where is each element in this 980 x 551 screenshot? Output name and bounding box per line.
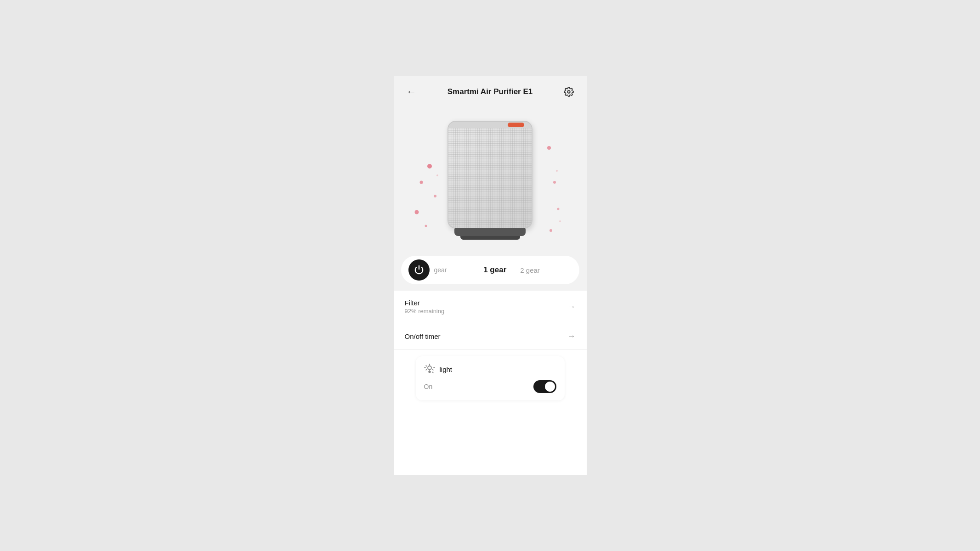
power-icon [414,265,424,275]
svg-point-0 [567,90,570,93]
device-fabric [448,122,532,228]
device-orange-button [508,123,524,127]
device-stand [454,228,526,236]
filter-title: Filter [405,299,445,307]
svg-point-12 [559,220,561,222]
light-section: light On [394,350,587,419]
light-card: light On [416,356,565,400]
phone-container: ← Smartmi Air Purifier E1 [394,76,587,475]
light-status: On [424,383,433,390]
svg-point-9 [549,229,552,232]
toggle-knob [545,382,555,392]
light-icon [424,364,435,375]
device-body [448,121,532,229]
gear-option-2[interactable]: 2 gear [520,266,540,274]
device-image [448,121,532,240]
light-card-bottom: On [424,380,556,393]
filter-item[interactable]: Filter 92% remaining → [394,291,587,323]
gear-icon [564,87,574,97]
filter-arrow-icon: → [567,302,576,312]
light-toggle[interactable] [533,380,556,393]
back-button[interactable]: ← [405,84,419,100]
controls-bar: gear 1 gear 2 gear [401,256,579,284]
svg-point-5 [425,225,427,227]
svg-point-3 [434,195,436,197]
svg-point-7 [553,181,556,184]
svg-point-2 [419,181,423,184]
svg-line-20 [426,369,426,370]
gear-option-1[interactable]: 1 gear [483,265,506,275]
svg-point-11 [556,170,558,172]
timer-item[interactable]: On/off timer → [394,323,587,350]
svg-point-10 [436,174,438,176]
timer-item-left: On/off timer [405,332,441,340]
gear-options: 1 gear 2 gear [452,265,572,275]
svg-point-4 [414,210,419,214]
settings-button[interactable] [562,85,576,99]
device-area [394,104,587,251]
power-button[interactable] [408,259,430,281]
timer-arrow-icon: → [567,332,576,341]
device-stand-base [460,236,520,240]
filter-item-left: Filter 92% remaining [405,299,445,315]
timer-title: On/off timer [405,332,441,340]
svg-point-8 [557,208,559,210]
settings-list: Filter 92% remaining → On/off timer → [394,291,587,475]
page-title: Smartmi Air Purifier E1 [448,87,533,96]
svg-line-16 [426,365,426,366]
svg-point-1 [427,164,432,169]
svg-point-13 [428,366,431,370]
gear-text-label: gear [434,266,447,274]
light-icon-wrap [424,364,435,375]
svg-line-17 [432,372,433,372]
device-top-bar [448,122,532,128]
light-label: light [440,365,453,373]
filter-subtitle: 92% remaining [405,308,445,315]
light-card-top: light [424,364,556,375]
svg-line-21 [432,369,433,370]
header: ← Smartmi Air Purifier E1 [394,76,587,104]
back-icon: ← [407,86,417,98]
svg-point-6 [547,146,551,150]
